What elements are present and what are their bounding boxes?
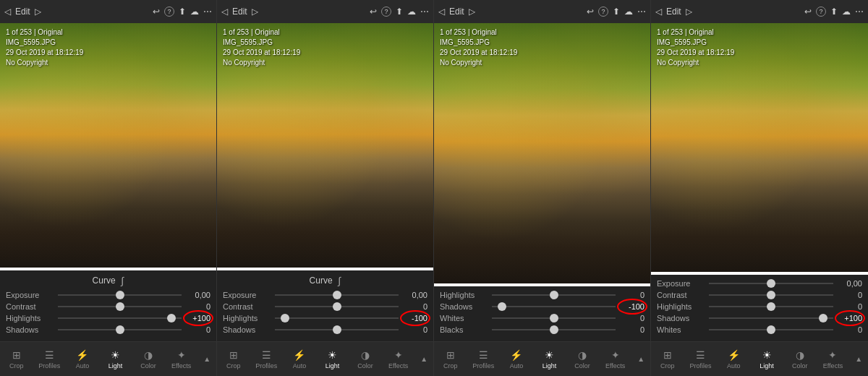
slider-label-contrast: Contrast (657, 291, 706, 299)
slider-track-exposure[interactable] (275, 294, 399, 296)
forward-icon[interactable]: ▷ (686, 7, 692, 17)
back-icon[interactable]: ◁ (655, 7, 662, 17)
nav-item-light[interactable]: ☀Light (756, 349, 778, 369)
nav-item-light[interactable]: ☀Light (322, 349, 344, 369)
nav-item-color[interactable]: ◑Color (789, 349, 811, 369)
nav-item-profiles[interactable]: ☰Profiles (472, 349, 494, 369)
slider-track-highlights[interactable] (58, 317, 182, 319)
slider-track-shadows[interactable] (275, 329, 399, 330)
slider-thumb-contrast[interactable] (116, 302, 124, 311)
slider-thumb-highlights[interactable] (281, 314, 289, 322)
cloud-icon[interactable]: ☁ (624, 7, 633, 17)
nav-item-effects[interactable]: ✦Effects (822, 349, 843, 369)
nav-item-auto[interactable]: ⚡Auto (289, 349, 310, 369)
slider-thumb-shadows[interactable] (498, 302, 506, 311)
slider-thumb-highlights[interactable] (550, 291, 558, 299)
edit-label: Edit (666, 7, 681, 17)
nav-item-color[interactable]: ◑Color (571, 349, 593, 369)
slider-thumb-exposure[interactable] (767, 279, 775, 288)
slider-label-highlights: Highlights (6, 314, 55, 322)
nav-item-auto[interactable]: ⚡Auto (72, 349, 93, 369)
slider-track-shadows[interactable] (58, 329, 182, 330)
nav-item-auto[interactable]: ⚡Auto (723, 349, 744, 369)
share-icon[interactable]: ⬆ (396, 7, 403, 17)
back-icon[interactable]: ◁ (438, 7, 445, 17)
more-icon[interactable]: ⋯ (203, 7, 212, 17)
nav-item-profiles[interactable]: ☰Profiles (38, 349, 60, 369)
more-icon[interactable]: ⋯ (420, 7, 429, 17)
undo-icon[interactable]: ↩ (153, 7, 160, 17)
photo-line2: IMG_5595.JPG (6, 38, 83, 48)
nav-item-color[interactable]: ◑Color (137, 349, 159, 369)
curve-icon[interactable]: ∫ (339, 275, 341, 286)
slider-thumb-shadows[interactable] (819, 314, 827, 322)
slider-thumb-highlights[interactable] (767, 302, 775, 311)
nav-item-auto[interactable]: ⚡Auto (506, 349, 527, 369)
slider-thumb-whites[interactable] (767, 325, 775, 334)
slider-track-shadows[interactable] (492, 306, 616, 307)
forward-icon[interactable]: ▷ (35, 7, 41, 17)
more-icon[interactable]: ⋯ (637, 7, 646, 17)
slider-track-shadows[interactable] (709, 317, 833, 319)
nav-item-profiles[interactable]: ☰Profiles (690, 349, 712, 369)
toolbar: ◁ Edit ▷ ↩ ? ⬆ ☁ ⋯ (434, 0, 650, 23)
nav-bar: ⊞Crop☰Profiles⚡Auto☀Light◑Color✦Effects▲ (651, 341, 868, 376)
share-icon[interactable]: ⬆ (179, 7, 186, 17)
slider-value-shadows: 0 (401, 325, 427, 334)
forward-icon[interactable]: ▷ (252, 7, 258, 17)
slider-track-exposure[interactable] (58, 294, 182, 296)
slider-label-exposure: Exposure (6, 291, 55, 299)
nav-item-effects[interactable]: ✦Effects (171, 349, 192, 369)
undo-icon[interactable]: ↩ (370, 7, 377, 17)
nav-icon-auto: ⚡ (293, 349, 305, 361)
slider-thumb-exposure[interactable] (116, 291, 124, 299)
undo-icon[interactable]: ↩ (804, 7, 812, 17)
nav-item-color[interactable]: ◑Color (354, 349, 376, 369)
slider-track-whites[interactable] (709, 329, 833, 330)
slider-track-highlights[interactable] (492, 294, 616, 296)
cloud-icon[interactable]: ☁ (190, 7, 199, 17)
nav-item-profiles[interactable]: ☰Profiles (255, 349, 277, 369)
slider-thumb-blacks[interactable] (550, 325, 558, 334)
cloud-icon[interactable]: ☁ (842, 7, 851, 17)
nav-item-crop[interactable]: ⊞Crop (657, 349, 678, 369)
slider-value-contrast: 0 (836, 291, 862, 299)
slider-row-shadows: Shadows-100 (440, 302, 644, 311)
slider-thumb-exposure[interactable] (333, 291, 341, 299)
nav-item-crop[interactable]: ⊞Crop (6, 349, 27, 369)
nav-item-light[interactable]: ☀Light (539, 349, 561, 369)
slider-thumb-shadows[interactable] (116, 325, 124, 334)
slider-track-contrast[interactable] (709, 294, 833, 296)
slider-track-highlights[interactable] (709, 306, 833, 307)
slider-track-whites[interactable] (492, 317, 616, 319)
info-icon[interactable]: ? (381, 7, 391, 17)
nav-item-crop[interactable]: ⊞Crop (440, 349, 461, 369)
slider-track-exposure[interactable] (709, 283, 833, 284)
slider-track-contrast[interactable] (58, 306, 182, 307)
slider-track-contrast[interactable] (275, 306, 399, 307)
share-icon[interactable]: ⬆ (613, 7, 620, 17)
slider-value-exposure: 0,00 (401, 291, 427, 299)
share-icon[interactable]: ⬆ (830, 7, 838, 17)
cloud-icon[interactable]: ☁ (407, 7, 416, 17)
nav-item-effects[interactable]: ✦Effects (388, 349, 409, 369)
slider-track-highlights[interactable] (275, 317, 399, 319)
undo-icon[interactable]: ↩ (587, 7, 594, 17)
slider-track-blacks[interactable] (492, 329, 616, 330)
slider-thumb-shadows[interactable] (333, 325, 341, 334)
back-icon[interactable]: ◁ (221, 7, 228, 17)
more-icon[interactable]: ⋯ (855, 7, 864, 17)
curve-icon[interactable]: ∫ (122, 275, 124, 286)
nav-item-crop[interactable]: ⊞Crop (223, 349, 244, 369)
slider-thumb-contrast[interactable] (333, 302, 341, 311)
forward-icon[interactable]: ▷ (469, 7, 475, 17)
back-icon[interactable]: ◁ (4, 7, 11, 17)
info-icon[interactable]: ? (164, 7, 174, 17)
nav-item-light[interactable]: ☀Light (105, 349, 127, 369)
info-icon[interactable]: ? (816, 7, 826, 17)
slider-thumb-whites[interactable] (550, 314, 558, 322)
slider-thumb-highlights[interactable] (167, 314, 176, 322)
nav-item-effects[interactable]: ✦Effects (605, 349, 626, 369)
slider-thumb-contrast[interactable] (767, 291, 775, 299)
info-icon[interactable]: ? (598, 7, 608, 17)
